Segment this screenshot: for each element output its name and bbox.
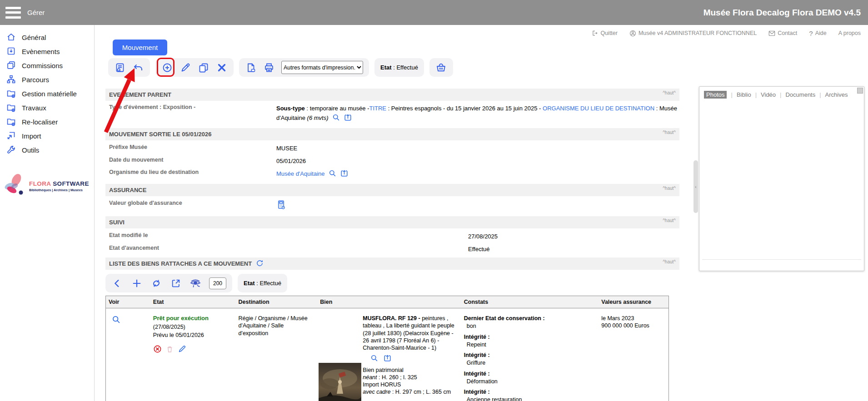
column-header-destination[interactable]: Destination [236,296,318,308]
sidebar-item-travaux[interactable]: Travaux [0,101,94,115]
organisme-destination-link[interactable]: ORGANISME DU LIEU DE DESTINATION [543,105,654,112]
question-icon: ? [809,30,813,37]
etat-avancement-label: Etat d'avancement [109,245,468,251]
row-status-date: (27/08/2025) [153,323,236,331]
etat-badge: Etat : Effectué [374,58,424,77]
sidebar-item-general[interactable]: Général [0,30,94,45]
sidebar-item-gestion-materielle[interactable]: Gestion matérielle [0,87,94,101]
haut-anchor[interactable]: ^haut^ [663,259,676,264]
eye-of-horus-button[interactable] [190,277,201,289]
type-evenement-label: Type d'évènement : Exposition - [109,104,276,110]
biens-table: Voir Etat Destination Bien Constats Vale… [105,296,669,401]
row-destination: Régie / Organisme / Musée d'Aquitaine / … [236,308,318,401]
organisme-lieu-link[interactable]: Musée d'Aquitaine [276,170,325,177]
tab-video[interactable]: Vidéo [761,91,776,98]
menu-label[interactable]: Gérer [27,9,45,16]
logo-subtitle: Bibliothèques | Archives | Musées [29,188,89,192]
add-item-button[interactable] [131,277,143,289]
inbox-down-icon [6,46,16,57]
list-toolbar-group [105,274,232,292]
column-header-voir[interactable]: Voir [106,296,150,308]
tab-archives[interactable]: Archives [825,91,848,98]
delete-x-button[interactable] [216,62,228,74]
sidebar-item-parcours[interactable]: Parcours [0,73,94,87]
sidebar-item-relocaliser[interactable]: Re-localiser [0,115,94,129]
export-window-button[interactable] [170,277,182,289]
contact-link[interactable]: Contact [768,30,797,36]
refresh-icon[interactable] [256,259,264,268]
sidebar-item-evenements[interactable]: Evènements [0,45,94,59]
panel-scroll-button[interactable] [857,88,863,94]
edit-pencil-button[interactable] [180,62,191,74]
pages-icon [6,60,16,71]
sidebar-item-commissions[interactable]: Commissions [0,59,94,73]
app-title: Musée Flora Decalog Flora DEMO v4.5 [703,8,861,18]
etat-modifie-label: Etat modifié le [109,232,468,238]
haut-anchor[interactable]: ^haut^ [663,218,676,223]
hamburger-menu-icon[interactable] [5,7,21,19]
view-record-icon[interactable] [111,319,121,326]
edit-row-pencil-icon[interactable] [178,345,186,355]
top-bar: Gérer Musée Flora Decalog Flora DEMO v4.… [0,0,868,25]
section-evenement-parent: EVENEMENT PARENT ^haut^ [105,89,679,101]
open-window-icon[interactable] [344,113,352,124]
header-links: Quitter Musée v4 ADMINISTRATEUR FONCTION… [592,27,861,39]
open-window-icon[interactable] [383,354,392,364]
column-header-valeurs[interactable]: Valeurs assurance [599,296,668,308]
open-window-icon[interactable] [340,169,349,180]
column-header-bien[interactable]: Bien [317,296,461,308]
tab-mouvement[interactable]: Mouvement [113,40,167,55]
sidebar-item-outils[interactable]: Outils [0,143,94,157]
tab-biblio[interactable]: Biblio [737,91,751,98]
folder-globe-icon [6,117,16,128]
organisme-lieu-label: Organisme du lieu de destination [109,169,276,175]
document-print-button[interactable] [245,62,257,74]
recycle-button[interactable] [150,277,162,289]
list-search-button[interactable] [114,62,126,74]
folder-globe-icon [6,103,16,114]
apropos-link[interactable]: A propos [838,30,861,36]
basket-pill [429,58,453,77]
haut-anchor[interactable]: ^haut^ [663,90,676,95]
search-icon[interactable] [332,113,340,124]
add-button[interactable] [161,62,173,74]
result-count-input[interactable] [209,277,226,289]
column-header-constats[interactable]: Constats [461,296,599,308]
quitter-link[interactable]: Quitter [592,30,618,36]
cancel-circle-icon[interactable] [153,345,162,355]
bien-description: MUSFLORA. RF 129 - peintures , tableau ,… [363,315,458,351]
flora-software-logo: FLORA SOFTWARE Bibliothèques | Archives … [0,173,94,200]
printer-button[interactable] [263,62,275,74]
titre-link[interactable]: TITRE [369,105,386,112]
copy-button[interactable] [198,62,210,74]
trash-icon-disabled [166,345,174,355]
tab-photos[interactable]: Photos [704,91,727,99]
calculator-icon[interactable] [276,200,286,212]
prefixe-musee-label: Préfixe Musée [109,144,276,150]
valeur-assurance-label: Valeur globale d'assurance [109,200,276,206]
previous-chevron-button[interactable] [111,277,123,289]
tab-documents[interactable]: Documents [785,91,815,98]
search-icon[interactable] [370,354,379,364]
list-etat-badge: Etat : Effectué [238,274,287,292]
main-toolbar: Autres formats d'impression... Etat : Ef… [108,58,453,77]
haut-anchor[interactable]: ^haut^ [663,130,676,135]
print-format-select[interactable]: Autres formats d'impression... [281,61,363,74]
user-account[interactable]: Musée v4 ADMINISTRATEUR FONCTIONNEL [629,30,757,37]
row-prevu: Prévu le 05/01/2026 [153,332,236,339]
section-suivi: SUIVI ^haut^ [105,216,679,228]
search-icon[interactable] [328,169,337,180]
basket-button[interactable] [435,62,447,74]
row-valeur-assurance: le Mars 2023 900 000 000 Euros [599,308,668,401]
haut-anchor[interactable]: ^haut^ [663,186,676,191]
bien-type: Bien patrimonial [363,366,458,374]
undo-button[interactable] [132,62,144,74]
sidebar-item-import[interactable]: Import [0,129,94,143]
aide-link[interactable]: ? Aide [809,30,826,37]
panel-collapse-handle[interactable]: ‹ [693,160,698,213]
column-header-etat[interactable]: Etat [150,296,236,308]
home-icon [6,32,16,43]
list-toolbar: Etat : Effectué [105,274,679,292]
flora-petals-icon [3,173,27,200]
section-assurance: ASSURANCE ^haut^ [105,184,679,196]
